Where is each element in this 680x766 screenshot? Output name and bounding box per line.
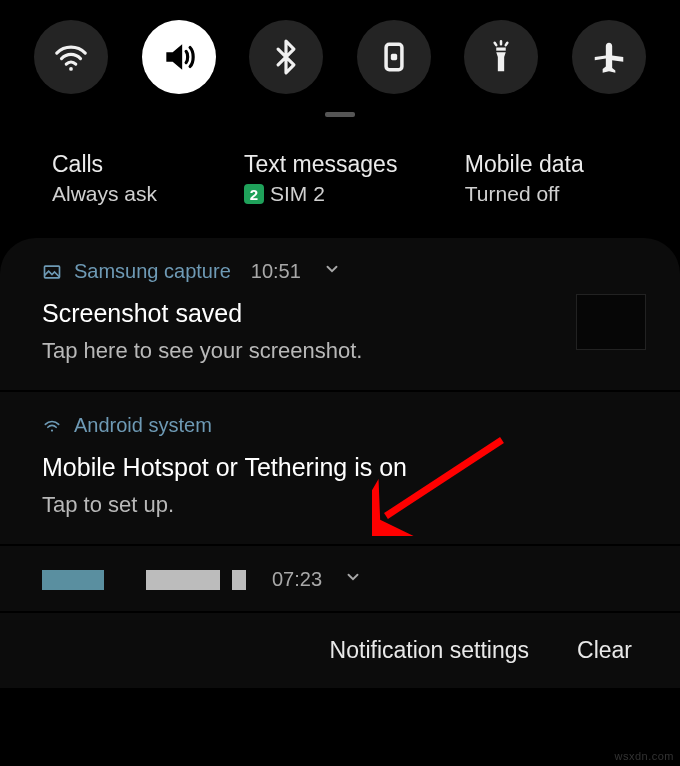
calls-sub: Always ask [52,182,244,206]
clear-button[interactable]: Clear [577,637,632,664]
redacted-text [146,570,220,590]
notification-time: 10:51 [251,260,301,283]
mobile-data-sub: Turned off [465,182,628,206]
svg-point-5 [51,429,53,431]
notification-screenshot[interactable]: Samsung capture 10:51 Screenshot saved T… [0,238,680,390]
wifi-icon [52,38,90,76]
portrait-lock-icon [375,38,413,76]
redacted-icon [42,570,104,590]
notification-title: Screenshot saved [42,299,638,328]
calls-title: Calls [52,151,244,178]
airplane-icon [590,38,628,76]
texts-selector[interactable]: Text messages 2 SIM 2 [244,151,465,206]
svg-point-0 [69,67,73,71]
quick-settings-row [0,0,680,104]
rotation-lock-toggle[interactable] [357,20,431,94]
redacted-text [232,570,246,590]
wifi-toggle[interactable] [34,20,108,94]
notification-app-name: Android system [74,414,212,437]
notification-title: Mobile Hotspot or Tethering is on [42,453,638,482]
chevron-down-icon[interactable] [323,260,341,283]
watermark: wsxdn.com [614,750,674,762]
notification-time: 07:23 [272,568,322,591]
sound-toggle[interactable] [142,20,216,94]
mobile-data-title: Mobile data [465,151,628,178]
svg-rect-2 [391,54,397,60]
calls-selector[interactable]: Calls Always ask [52,151,244,206]
notification-body: Tap here to see your screenshot. [42,338,638,364]
sound-icon [160,38,198,76]
notification-settings-button[interactable]: Notification settings [330,637,529,664]
sim-panel-row: Calls Always ask Text messages 2 SIM 2 M… [0,117,680,234]
image-icon [42,262,62,282]
flashlight-toggle[interactable] [464,20,538,94]
flashlight-icon [482,38,520,76]
bluetooth-icon [267,38,305,76]
notification-header: Samsung capture 10:51 [42,260,638,283]
bluetooth-toggle[interactable] [249,20,323,94]
mobile-data-selector[interactable]: Mobile data Turned off [465,151,628,206]
airplane-mode-toggle[interactable] [572,20,646,94]
notification-header: Android system [42,414,638,437]
screenshot-thumbnail[interactable] [576,294,646,350]
notification-body: Tap to set up. [42,492,638,518]
wifi-small-icon [42,416,62,436]
texts-title: Text messages [244,151,465,178]
notification-footer: Notification settings Clear [0,611,680,688]
svg-rect-3 [497,48,507,51]
notification-hotspot[interactable]: Android system Mobile Hotspot or Tetheri… [0,390,680,544]
chevron-down-icon[interactable] [344,568,362,591]
notification-hidden[interactable]: 07:23 [0,544,680,611]
sim-badge: 2 [244,184,264,204]
notification-app-name: Samsung capture [74,260,231,283]
texts-sub: 2 SIM 2 [244,182,465,206]
sim-label: SIM 2 [270,182,325,206]
